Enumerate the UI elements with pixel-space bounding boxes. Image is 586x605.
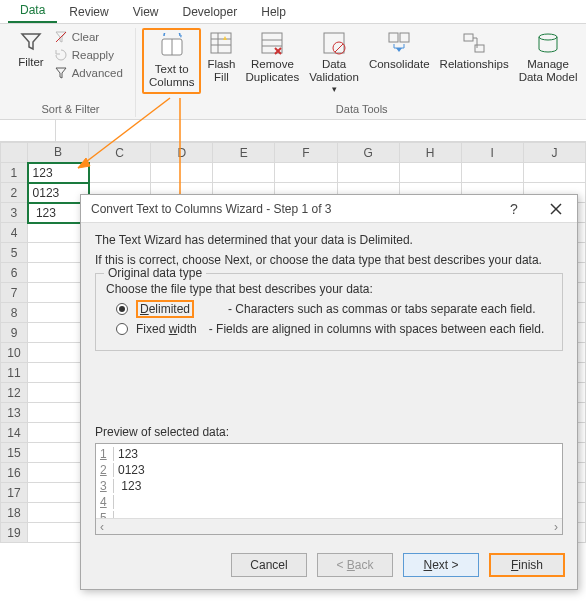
dialog-titlebar[interactable]: Convert Text to Columns Wizard - Step 1 … [81,195,577,223]
data-model-icon [535,30,561,56]
preview-row: 4 [100,494,558,510]
consolidate-button[interactable]: Consolidate [365,28,434,73]
scroll-left-icon[interactable]: ‹ [100,520,104,534]
tab-help[interactable]: Help [249,1,298,23]
fieldset-legend: Original data type [104,266,206,280]
tab-review[interactable]: Review [57,1,120,23]
col-header-b[interactable]: B [28,143,89,163]
col-header-g[interactable]: G [337,143,399,163]
row-header[interactable]: 4 [1,223,28,243]
row-header[interactable]: 14 [1,423,28,443]
row-header[interactable]: 9 [1,323,28,343]
relationships-button[interactable]: Relationships [436,28,513,73]
dialog-intro1: The Text Wizard has determined that your… [95,233,563,247]
row-header[interactable]: 8 [1,303,28,323]
row-header[interactable]: 13 [1,403,28,423]
col-header-f[interactable]: F [275,143,337,163]
row-header[interactable]: 17 [1,483,28,503]
tab-view[interactable]: View [121,1,171,23]
preview-row: 20123 [100,462,558,478]
original-data-type-group: Original data type Choose the file type … [95,273,563,351]
radio-delimited[interactable] [116,303,128,315]
data-validation-button[interactable]: Data Validation▾ [305,28,363,97]
col-header-c[interactable]: C [89,143,151,163]
svg-rect-15 [389,33,398,42]
text-to-columns-highlight: Text to Columns [142,28,201,94]
remove-duplicates-icon [259,30,285,56]
dialog-intro2: If this is correct, choose Next, or choo… [95,253,563,267]
row-header[interactable]: 3 [1,203,28,223]
preview-scrollbar[interactable]: ‹› [96,518,562,534]
dialog-title: Convert Text to Columns Wizard - Step 1 … [91,202,493,216]
radio-delimited-label[interactable]: Delimited [136,300,194,318]
reapply-button[interactable]: Reapply [50,46,127,64]
svg-line-14 [335,44,343,52]
row-header[interactable]: 15 [1,443,28,463]
preview-label: Preview of selected data: [95,425,563,439]
col-header-h[interactable]: H [399,143,461,163]
dialog-buttons: Cancel < Back Next > Finish [81,545,577,589]
select-all-corner[interactable] [1,143,28,163]
remove-duplicates-button[interactable]: Remove Duplicates [242,28,304,86]
tab-data[interactable]: Data [8,0,57,23]
choose-prompt: Choose the file type that best describes… [106,282,552,296]
group-label-data-tools: Data Tools [336,103,388,117]
row-header[interactable]: 10 [1,343,28,363]
flash-fill-button[interactable]: Flash Fill [203,28,239,86]
preview-box: 1123 20123 3 123 4 5 ‹› [95,443,563,535]
text-to-columns-wizard-dialog: Convert Text to Columns Wizard - Step 1 … [80,194,578,590]
tab-developer[interactable]: Developer [171,1,250,23]
row-header[interactable]: 12 [1,383,28,403]
scroll-right-icon[interactable]: › [554,520,558,534]
row-header[interactable]: 19 [1,523,28,543]
advanced-icon [54,66,68,80]
row-header[interactable]: 7 [1,283,28,303]
group-label-sort-filter: Sort & Filter [41,103,99,117]
text-to-columns-button[interactable]: Text to Columns [145,31,198,91]
svg-rect-16 [400,33,409,42]
cancel-button[interactable]: Cancel [231,553,307,577]
radio-fixed-width-label[interactable]: Fixed width [136,322,197,336]
advanced-button[interactable]: Advanced [50,64,127,82]
close-icon [550,203,562,215]
help-button[interactable]: ? [493,195,535,223]
group-sort-filter: Filter Clear Reapply Advanced Sort & Fil… [6,28,136,117]
consolidate-icon [386,30,412,56]
col-header-i[interactable]: I [461,143,523,163]
col-header-d[interactable]: D [151,143,213,163]
radio-fixed-width[interactable] [116,323,128,335]
finish-button[interactable]: Finish [489,553,565,577]
row-header[interactable]: 2 [1,183,28,203]
col-header-j[interactable]: J [523,143,585,163]
text-to-columns-icon [158,33,186,61]
ribbon: Filter Clear Reapply Advanced Sort & Fil… [0,24,586,120]
name-box[interactable] [0,120,56,141]
svg-rect-12 [324,33,344,53]
preview-row: 3 123 [100,478,558,494]
close-button[interactable] [535,195,577,223]
manage-data-model-button[interactable]: Manage Data Model [515,28,582,86]
filter-button[interactable]: Filter [14,28,48,71]
flash-fill-icon [208,30,234,56]
radio-delimited-desc: - Characters such as commas or tabs sepa… [228,302,535,316]
cell-b1[interactable]: 123 [28,163,89,183]
back-button: < Back [317,553,393,577]
group-data-tools: Text to Columns Flash Fill Remove Duplic… [136,28,586,117]
svg-rect-3 [211,33,231,53]
row-header[interactable]: 11 [1,363,28,383]
svg-point-19 [539,34,557,40]
col-header-e[interactable]: E [213,143,275,163]
row-header[interactable]: 5 [1,243,28,263]
data-validation-icon [321,30,347,56]
row-header[interactable]: 18 [1,503,28,523]
row-header[interactable]: 16 [1,463,28,483]
row-header[interactable]: 6 [1,263,28,283]
row-header[interactable]: 1 [1,163,28,183]
formula-bar [0,120,586,142]
radio-fixed-width-desc: - Fields are aligned in columns with spa… [209,322,545,336]
next-button[interactable]: Next > [403,553,479,577]
clear-button[interactable]: Clear [50,28,127,46]
funnel-icon [19,30,43,54]
text-to-columns-label: Text to Columns [149,63,194,89]
relationships-icon [461,30,487,56]
